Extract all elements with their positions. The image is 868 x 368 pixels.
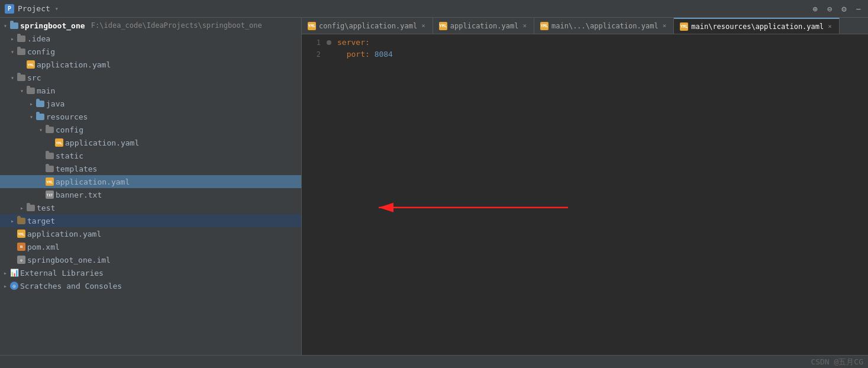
tab-yaml-icon-4: YML: [680, 22, 688, 31]
arrow-ext-lib: [2, 270, 8, 276]
folder-icon-src: [17, 74, 25, 81]
code-area[interactable]: server: port: 8084: [333, 37, 868, 355]
tab-3[interactable]: YML main\...\application.yaml ×: [534, 18, 674, 34]
tab-4[interactable]: YML main\resources\application.yaml ×: [674, 18, 840, 34]
label-app-yaml-selected: application.yaml: [56, 177, 130, 186]
tree-item-src[interactable]: src: [0, 71, 301, 84]
tree-item-config-app-yaml[interactable]: YML application.yaml: [0, 58, 301, 71]
gutter: [325, 37, 333, 355]
tree-item-idea[interactable]: .idea: [0, 32, 301, 45]
line-num-2: 2: [302, 49, 321, 60]
tree-item-java[interactable]: java: [0, 97, 301, 110]
tree-item-root-app-yaml[interactable]: YML application.yaml: [0, 227, 301, 240]
tab-yaml-icon-3: YML: [540, 22, 548, 30]
project-icon: P: [5, 4, 14, 14]
yaml-icon-selected: YML: [46, 177, 54, 186]
yaml-icon-root-app: YML: [17, 230, 25, 238]
tree-item-scratches[interactable]: ◎ Scratches and Consoles: [0, 279, 301, 292]
folder-icon-templates: [46, 165, 54, 172]
icon-search[interactable]: ⊕: [810, 3, 819, 15]
tree-item-pom[interactable]: m pom.xml: [0, 240, 301, 253]
label-pom: pom.xml: [27, 243, 60, 251]
main-content: springboot_one F:\idea_code\IdeaProjects…: [0, 18, 868, 355]
tab-close-1[interactable]: ×: [420, 21, 427, 30]
icon-collapse[interactable]: ⊖: [825, 3, 834, 15]
tree-item-resources[interactable]: resources: [0, 110, 301, 123]
tab-2[interactable]: YML application.yaml ×: [433, 18, 534, 34]
tree-item-app-yaml-selected[interactable]: YML application.yaml: [0, 175, 301, 188]
tree-item-templates[interactable]: templates: [0, 162, 301, 175]
tree-item-ext-lib[interactable]: 📊 External Libraries: [0, 266, 301, 279]
tab-yaml-icon-2: YML: [439, 22, 447, 30]
label-java: java: [46, 99, 64, 108]
folder-icon-static: [46, 152, 54, 159]
yaml-icon-config: YML: [27, 60, 35, 69]
iml-icon: ⚙: [17, 256, 25, 264]
label-resources: resources: [46, 112, 88, 121]
label-test: test: [37, 204, 55, 212]
tab-label-2: application.yaml: [450, 22, 519, 30]
folder-icon-java: [36, 100, 44, 107]
tab-close-2[interactable]: ×: [521, 21, 528, 30]
label-static: static: [56, 151, 83, 160]
icon-minimize[interactable]: −: [854, 3, 863, 15]
label-main: main: [37, 86, 55, 95]
tab-close-4[interactable]: ×: [827, 22, 833, 31]
arrow-scratches: [2, 283, 8, 289]
gutter-line-1: [325, 37, 333, 49]
tree-item-root[interactable]: springboot_one F:\idea_code\IdeaProjects…: [0, 19, 301, 32]
code-line-1: server:: [337, 37, 863, 49]
arrow-src: [9, 75, 15, 80]
dropdown-icon[interactable]: [54, 6, 60, 12]
tree-item-main[interactable]: main: [0, 84, 301, 97]
ext-lib-icon: 📊: [10, 269, 18, 277]
label-target: target: [27, 217, 55, 225]
label-res-config: config: [56, 125, 83, 134]
label-config-app-yaml: application.yaml: [37, 60, 111, 69]
tab-1[interactable]: YML config\application.yaml ×: [302, 18, 433, 34]
folder-icon-config: [17, 48, 25, 55]
arrow-config: [9, 49, 15, 54]
watermark: CSDN @五月CG: [811, 357, 863, 367]
icon-settings[interactable]: ⚙: [839, 3, 848, 15]
folder-icon-root: [10, 22, 18, 29]
folder-icon-main: [27, 87, 35, 94]
tree-item-config[interactable]: config: [0, 45, 301, 58]
title-project-label: Project: [18, 4, 50, 13]
sidebar: springboot_one F:\idea_code\IdeaProjects…: [0, 18, 302, 355]
arrow-target: [9, 218, 15, 224]
xml-icon-pom: m: [17, 243, 25, 251]
title-bar: P Project ⊕ ⊖ ⚙ −: [0, 0, 868, 18]
tab-bar: YML config\application.yaml × YML applic…: [302, 18, 868, 34]
arrow-res-config: [38, 127, 44, 133]
tree-item-target[interactable]: target: [0, 214, 301, 227]
label-templates: templates: [56, 164, 97, 173]
tab-close-3[interactable]: ×: [662, 21, 668, 30]
tree-item-test[interactable]: test: [0, 201, 301, 214]
tree-item-static[interactable]: static: [0, 149, 301, 162]
txt-icon-banner: TXT: [46, 191, 54, 199]
tree-item-res-config-app-yaml[interactable]: YML application.yaml: [0, 136, 301, 149]
arrow-root: [2, 22, 8, 28]
label-root-app-yaml: application.yaml: [27, 230, 101, 238]
path-root: F:\idea_code\IdeaProjects\springboot_one: [87, 21, 262, 30]
tab-yaml-icon-1: YML: [308, 22, 316, 30]
code-line-2: port: 8084: [337, 49, 863, 60]
status-bar: CSDN @五月CG: [0, 355, 868, 368]
arrow-resources: [28, 114, 34, 120]
tree-item-iml[interactable]: ⚙ springboot_one.iml: [0, 253, 301, 266]
breakpoint-dot-1: [327, 40, 331, 45]
tab-label-1: config\application.yaml: [319, 22, 417, 30]
arrow-test: [19, 205, 25, 211]
folder-icon-idea: [17, 35, 25, 42]
line-num-1: 1: [302, 37, 321, 49]
yaml-icon-res-config: YML: [55, 138, 63, 147]
tree-item-banner[interactable]: TXT banner.txt: [0, 188, 301, 201]
sidebar-tree: springboot_one F:\idea_code\IdeaProjects…: [0, 18, 301, 355]
arrow-java: [28, 101, 34, 106]
label-root: springboot_one: [20, 21, 85, 30]
tab-label-3: main\...\application.yaml: [551, 22, 659, 30]
folder-icon-target: [17, 217, 25, 224]
scratch-icon: ◎: [10, 282, 18, 290]
tree-item-res-config[interactable]: config: [0, 123, 301, 136]
